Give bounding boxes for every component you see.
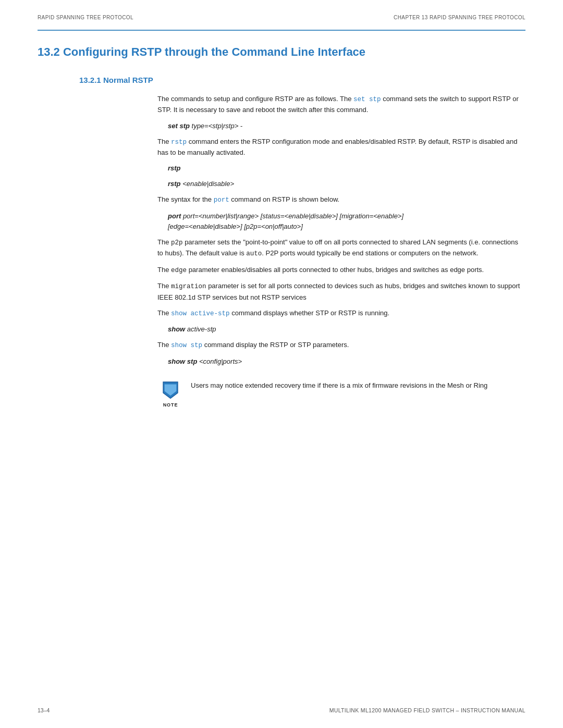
para3: The syntax for the port command on RSTP … (157, 194, 525, 205)
para7-rest: command displays whether STP or RSTP is … (230, 309, 390, 317)
para7-cmd: show active-stp (171, 310, 230, 317)
para5: The edge parameter enables/disables all … (157, 265, 525, 276)
cmd2b-bold: rstp (168, 180, 181, 188)
cmd3-line2: [edge=<enable|disable>] [p2p=<on|off|aut… (168, 223, 303, 230)
cmd1-bold: set stp (168, 122, 190, 130)
para6-pre: The (157, 282, 171, 290)
para6-code: migration (171, 283, 206, 290)
page-footer: 13–4 MULTILINK ML1200 MANAGED FIELD SWIT… (38, 707, 525, 713)
para7-pre: The (157, 309, 171, 317)
para1: The commands to setup and configure RSTP… (157, 94, 525, 116)
cmd5-bold: show stp (168, 357, 197, 365)
para2: The rstp command enters the RSTP configu… (157, 137, 525, 158)
cmd4: show active-stp (168, 324, 525, 335)
cmd4-bold: show (168, 325, 185, 333)
note-label-text: NOTE (163, 402, 178, 409)
footer-page-number: 13–4 (38, 707, 50, 713)
para5-bold: edge (171, 267, 187, 274)
para6-rest: parameter is set for all ports connected… (157, 282, 520, 301)
section-number: 13.2 (38, 45, 60, 58)
para1-cmd: set stp (353, 96, 381, 103)
note-content: Users may notice extended recovery time … (191, 378, 487, 391)
note-icon (160, 378, 181, 400)
para2-rest: command enters the RSTP configuration mo… (157, 138, 518, 156)
subsection-number: 13.2.1 (79, 76, 101, 84)
para8-pre: The (157, 341, 171, 349)
cmd1: set stp type=<stp|rstp> - (168, 121, 525, 131)
cmd3-bold: port (168, 212, 181, 220)
top-divider (38, 30, 525, 31)
section-title: Configuring RSTP through the Command Lin… (60, 45, 365, 58)
para6: The migration parameter is set for all p… (157, 281, 525, 303)
cmd2b: rstp <enable|disable> (168, 179, 525, 189)
main-content: 13.2 Configuring RSTP through the Comman… (0, 45, 563, 409)
cmd3: port port=<number|list|range> [status=<e… (168, 211, 525, 232)
note-icon-wrapper: NOTE (157, 378, 183, 409)
cmd3-rest: port=<number|list|range> [status=<enable… (181, 212, 403, 220)
para8-rest: command display the RSTP or STP paramete… (202, 341, 349, 349)
para4-bold: p2p (171, 239, 183, 246)
footer-title: MULTILINK ML1200 MANAGED FIELD SWITCH – … (329, 707, 525, 713)
para4-rest2: . P2P ports would typically be end stati… (262, 249, 478, 257)
content-block: The commands to setup and configure RSTP… (157, 94, 525, 409)
para5-rest: parameter enables/disables all ports con… (187, 266, 484, 274)
cmd2a-text: rstp (168, 164, 181, 172)
cmd4-rest: active-stp (185, 325, 216, 333)
page: RAPID SPANNING TREE PROTOCOL CHAPTER 13 … (0, 0, 563, 728)
cmd1-rest: type=<stp|rstp> - (190, 122, 242, 130)
section-heading: 13.2 Configuring RSTP through the Comman… (38, 45, 525, 62)
para1-text: The commands to setup and configure RSTP… (157, 95, 353, 103)
para2-cmd: rstp (171, 139, 187, 146)
para8: The show stp command display the RSTP or… (157, 340, 525, 351)
subsection-heading: 13.2.1 Normal RSTP (79, 76, 525, 84)
para5-pre: The (157, 266, 171, 274)
para3-pre: The syntax for the (157, 195, 214, 203)
para3-cmd: port (214, 196, 229, 204)
para2-pre: The (157, 138, 171, 145)
cmd5-rest: <config|ports> (197, 357, 242, 365)
cmd5: show stp <config|ports> (168, 356, 525, 367)
para7: The show active-stp command displays whe… (157, 308, 525, 319)
cmd2a: rstp (168, 163, 525, 174)
header-left-text: RAPID SPANNING TREE PROTOCOL (38, 15, 133, 20)
cmd2b-rest: <enable|disable> (181, 180, 234, 188)
header-right-text: CHAPTER 13 RAPID SPANNING TREE PROTOCOL (394, 15, 525, 20)
para8-cmd: show stp (171, 342, 202, 349)
para3-rest: command on RSTP is shown below. (229, 195, 339, 203)
para4-auto: auto (246, 250, 262, 257)
note-box: NOTE Users may notice extended recovery … (157, 378, 525, 409)
page-header: RAPID SPANNING TREE PROTOCOL CHAPTER 13 … (0, 0, 563, 20)
note-text-content: Users may notice extended recovery time … (191, 381, 487, 389)
subsection-title: Normal RSTP (101, 76, 153, 84)
para4: The p2p parameter sets the "point-to-poi… (157, 237, 525, 260)
para4-pre: The (157, 238, 171, 246)
